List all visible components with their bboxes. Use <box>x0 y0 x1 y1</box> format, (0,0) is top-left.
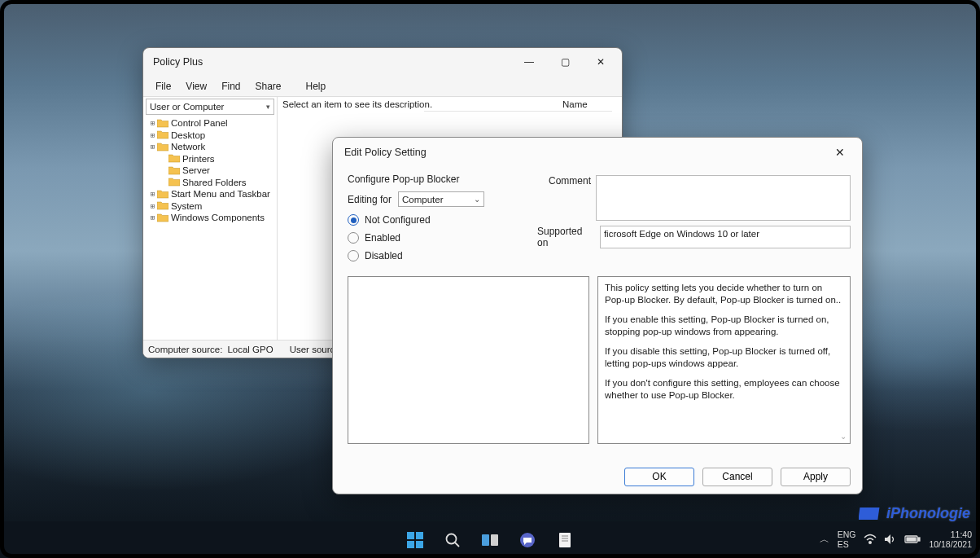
taskbar: ︿ ENG ES 11:40 10/18/2021 <box>0 521 980 558</box>
battery-icon[interactable] <box>904 534 921 546</box>
svg-rect-0 <box>407 532 414 539</box>
ok-button[interactable]: OK <box>624 468 694 486</box>
options-box[interactable] <box>348 276 589 444</box>
policy-name: Configure Pop-up Blocker <box>348 174 563 185</box>
tree-item[interactable]: ⊞Desktop <box>145 130 275 142</box>
dialog-title: Edit Policy Setting <box>344 147 427 158</box>
tray-chevron-icon[interactable]: ︿ <box>820 533 829 547</box>
tree-item-label: Start Menu and Taskbar <box>171 189 270 199</box>
menu-find[interactable]: Find <box>214 78 247 94</box>
tree-item[interactable]: ⊞Network <box>145 141 275 153</box>
tree-item-label: Desktop <box>171 130 205 140</box>
folder-icon <box>168 154 180 163</box>
expand-icon[interactable]: ⊞ <box>148 119 157 127</box>
svg-point-13 <box>869 541 872 543</box>
search-button[interactable] <box>436 524 469 556</box>
svg-line-5 <box>455 543 459 547</box>
expand-icon[interactable]: ⊞ <box>148 131 157 139</box>
svg-rect-6 <box>482 534 489 546</box>
tree-item-label: Network <box>171 142 205 152</box>
folder-icon <box>157 143 168 152</box>
supported-label: Supported on <box>537 226 595 248</box>
tree-panel: User or Computer ⊞Control Panel⊞Desktop⊞… <box>143 97 278 340</box>
language-indicator[interactable]: ENG ES <box>838 530 856 549</box>
supported-box: ficrosoft Edge on Windows 10 or later <box>600 226 851 248</box>
minimize-button[interactable]: — <box>511 50 547 74</box>
expand-icon[interactable]: ⊞ <box>148 213 157 222</box>
tree-item[interactable]: Shared Folders <box>145 177 275 189</box>
apply-button[interactable]: Apply <box>781 468 851 486</box>
svg-rect-17 <box>859 507 879 520</box>
wifi-icon[interactable] <box>864 534 877 547</box>
radio-icon <box>348 214 359 226</box>
system-tray: ︿ ENG ES 11:40 10/18/2021 <box>820 521 972 558</box>
tree-item-label: Server <box>182 165 210 175</box>
state-radio-group: Not Configured Enabled Disabled <box>348 211 563 265</box>
tree-item-label: System <box>171 201 202 211</box>
radio-icon <box>348 232 359 244</box>
list-columns: Name State Comment <box>424 97 612 112</box>
window-title: Policy Plus <box>153 56 203 68</box>
svg-rect-9 <box>559 533 571 547</box>
explorer-button[interactable] <box>549 524 581 556</box>
folder-icon <box>157 190 168 199</box>
menu-file[interactable]: File <box>148 78 178 94</box>
expand-icon[interactable]: ⊞ <box>148 202 157 210</box>
menu-view[interactable]: View <box>178 78 214 94</box>
comment-input[interactable] <box>596 175 851 221</box>
tree-item[interactable]: ⊞Start Menu and Taskbar <box>145 188 275 200</box>
close-button[interactable]: ✕ <box>823 140 857 165</box>
folder-icon <box>157 119 168 128</box>
tree-item-label: Printers <box>182 154 215 164</box>
svg-rect-2 <box>407 541 414 548</box>
scope-combo[interactable]: User or Computer <box>146 99 274 115</box>
chat-button[interactable] <box>511 524 544 556</box>
radio-disabled[interactable]: Disabled <box>348 247 563 265</box>
tree-item[interactable]: ⊞Control Panel <box>145 117 275 130</box>
svg-rect-1 <box>416 532 423 539</box>
svg-rect-16 <box>907 538 916 541</box>
maximize-button[interactable]: ▢ <box>547 50 583 74</box>
expand-icon[interactable]: ⊞ <box>148 190 157 198</box>
menu-help[interactable]: Help <box>299 78 334 94</box>
editing-for-select[interactable]: Computer <box>398 191 484 207</box>
radio-icon <box>348 250 359 261</box>
folder-icon <box>168 166 180 175</box>
cancel-button[interactable]: Cancel <box>702 468 772 486</box>
volume-icon[interactable] <box>884 534 897 547</box>
expand-icon[interactable]: ⊞ <box>148 143 157 151</box>
svg-rect-15 <box>918 538 920 541</box>
taskbar-center <box>399 521 581 558</box>
close-button[interactable]: ✕ <box>583 50 619 74</box>
radio-not-configured[interactable]: Not Configured <box>348 211 563 229</box>
watermark: iPhonologie <box>859 504 970 522</box>
tree-item[interactable]: Printers <box>145 153 275 165</box>
resize-grip-icon: ⌄ <box>840 431 847 442</box>
folder-icon <box>157 213 168 222</box>
col-name[interactable]: Name <box>562 99 588 109</box>
tree-item-label: Windows Components <box>171 213 265 222</box>
svg-rect-7 <box>491 534 498 546</box>
folder-icon <box>157 201 168 210</box>
tree-item[interactable]: Server <box>145 165 275 177</box>
dialog-buttons: OK Cancel Apply <box>333 459 862 494</box>
policy-tree[interactable]: ⊞Control Panel⊞Desktop⊞NetworkPrintersSe… <box>143 116 277 225</box>
radio-enabled[interactable]: Enabled <box>348 229 563 247</box>
tree-item[interactable]: ⊞Windows Components <box>145 212 275 224</box>
comment-label: Comment <box>549 175 591 187</box>
editing-for-label: Editing for <box>348 194 392 205</box>
tree-item-label: Shared Folders <box>182 178 247 187</box>
dialog-titlebar[interactable]: Edit Policy Setting ✕ <box>333 138 862 167</box>
task-view-button[interactable] <box>474 524 506 556</box>
menubar: File View Find Share Help <box>143 76 622 97</box>
titlebar[interactable]: Policy Plus — ▢ ✕ <box>143 48 622 76</box>
menu-share[interactable]: Share <box>247 78 288 94</box>
edit-policy-dialog: Edit Policy Setting ✕ Configure Pop-up B… <box>332 137 863 494</box>
svg-point-4 <box>447 534 457 543</box>
folder-icon <box>157 130 168 139</box>
clock[interactable]: 11:40 10/18/2021 <box>929 530 972 549</box>
start-button[interactable] <box>399 524 431 556</box>
svg-rect-3 <box>416 541 423 548</box>
folder-icon <box>168 178 180 187</box>
tree-item[interactable]: ⊞System <box>145 200 275 213</box>
